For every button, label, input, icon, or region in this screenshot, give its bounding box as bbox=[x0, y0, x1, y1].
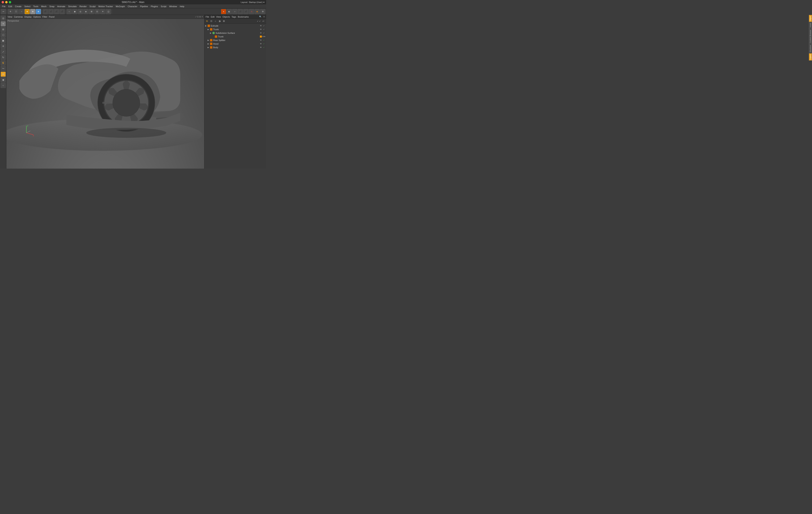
menu-file[interactable]: File bbox=[1, 5, 7, 8]
menu-simulate[interactable]: Simulate bbox=[67, 5, 78, 8]
vp-menu-options[interactable]: Options bbox=[33, 16, 41, 18]
close-button[interactable] bbox=[2, 1, 4, 3]
viewport-shading-1[interactable]: ● bbox=[221, 9, 226, 14]
arrows-icon[interactable]: ◈ bbox=[255, 9, 260, 14]
move-tool-button[interactable]: ✛ bbox=[8, 9, 13, 14]
scale-tool[interactable]: ⤢ bbox=[1, 49, 6, 54]
vp-menu-panel[interactable]: Panel bbox=[49, 16, 55, 18]
menu-snap[interactable]: Snap bbox=[48, 5, 56, 8]
texture-button[interactable]: ◫ bbox=[106, 9, 111, 14]
menu-help[interactable]: Help bbox=[179, 5, 185, 8]
settings-icon[interactable]: ⚙ bbox=[260, 9, 265, 14]
select-tool[interactable]: ✦ bbox=[1, 21, 6, 26]
camera-tool[interactable]: ◎ bbox=[1, 16, 6, 21]
workspace: ◎ ✦ ⊞ ⬡ ▣ ✛ ⤢ ↻ S 〜 ⊞ ◉ ○ View Cameras D… bbox=[0, 15, 266, 169]
menu-tools[interactable]: Tools bbox=[32, 5, 39, 8]
obj-icon-5[interactable]: ⊞ bbox=[222, 19, 226, 23]
hair-button[interactable]: ◎ bbox=[78, 9, 83, 14]
menu-mograph[interactable]: MoGraph bbox=[115, 5, 126, 8]
menu-window[interactable]: Window bbox=[168, 5, 178, 8]
obj-settings-icon[interactable]: ⚙ bbox=[263, 16, 265, 18]
warnings[interactable]: ⚠ bbox=[249, 9, 254, 14]
s-tool[interactable]: S bbox=[1, 60, 6, 65]
flag-eye[interactable]: 👁 bbox=[259, 24, 262, 27]
menu-animate[interactable]: Animate bbox=[56, 5, 66, 8]
obj-subdivision[interactable]: ▶ Subdivision Surface 👁 ✓ bbox=[204, 31, 266, 35]
menu-create[interactable]: Create bbox=[14, 5, 23, 8]
rotate-tool[interactable]: ↻ bbox=[1, 55, 6, 60]
menu-edit[interactable]: Edit bbox=[7, 5, 13, 8]
obj-menu-edit[interactable]: Edit bbox=[211, 16, 214, 18]
menu-sculpt[interactable]: Sculpt bbox=[88, 5, 97, 8]
menu-plugins[interactable]: Plugins bbox=[149, 5, 159, 8]
obj-menu-bookmarks[interactable]: Bookmarks bbox=[238, 16, 249, 18]
obj-icon-4[interactable]: ◑ bbox=[218, 19, 222, 23]
viewport-area: View Cameras Display Options Filter Pane… bbox=[6, 15, 204, 169]
maximize-button[interactable] bbox=[9, 1, 11, 3]
obj-icon-1[interactable]: ⧉ bbox=[205, 19, 209, 23]
rotate-y-button[interactable]: ⊕ bbox=[30, 9, 35, 14]
keyframe-button[interactable]: ⬛ bbox=[43, 9, 48, 14]
menu-select[interactable]: Select bbox=[23, 5, 32, 8]
camera-button-2[interactable]: ⊡ bbox=[94, 9, 100, 14]
rotate-x-button[interactable]: ⊕ bbox=[25, 9, 30, 14]
obj-extrude[interactable]: ▶ Extrude 👁 ✓ bbox=[204, 24, 266, 28]
obj-menu-objects[interactable]: Objects bbox=[222, 16, 230, 18]
menu-script[interactable]: Script bbox=[160, 5, 168, 8]
grid-view-tool[interactable]: ⊞ bbox=[1, 72, 6, 77]
vp-menu-filter[interactable]: Filter bbox=[42, 16, 47, 18]
layout-selector[interactable]: Layout: Startup (User) ▾ bbox=[241, 1, 264, 4]
layout-dropdown-icon[interactable]: ▾ bbox=[263, 1, 264, 4]
toolbar-sep-4 bbox=[112, 9, 112, 14]
anim-button-3[interactable]: ⬛ bbox=[60, 9, 65, 14]
obj-icon-2[interactable]: ⊡ bbox=[209, 19, 213, 23]
material-button[interactable]: ○ bbox=[66, 9, 72, 14]
menu-mesh[interactable]: Mesh bbox=[40, 5, 48, 8]
search-icon[interactable]: 🔍 bbox=[259, 16, 262, 18]
viewport-shading-3[interactable]: ○ bbox=[232, 9, 237, 14]
render-region-button[interactable]: ◉ bbox=[72, 9, 77, 14]
obj-menu-file[interactable]: File bbox=[206, 16, 209, 18]
menu-character[interactable]: Character bbox=[126, 5, 139, 8]
obj-icon-3[interactable]: ○ bbox=[213, 19, 217, 23]
obj-trunk-sub[interactable]: ▶ Trunk 🟧 ✕✕ bbox=[204, 35, 266, 38]
vp-menu-cameras[interactable]: Cameras bbox=[14, 16, 23, 18]
svg-rect-14 bbox=[102, 102, 109, 104]
sphere-tool[interactable]: ◉ bbox=[1, 77, 6, 82]
loop-tool[interactable]: ○ bbox=[1, 83, 6, 88]
terrain-button[interactable]: ◈ bbox=[83, 9, 88, 14]
anim-button-2[interactable]: ⬛ bbox=[54, 9, 59, 14]
polygon-tool[interactable]: ⬡ bbox=[1, 32, 6, 37]
vp-menu-display[interactable]: Display bbox=[24, 16, 32, 18]
move-tool[interactable]: ✛ bbox=[1, 44, 6, 49]
layers-tool[interactable]: ⊞ bbox=[1, 27, 6, 32]
render-active[interactable]: ⬛ bbox=[243, 9, 249, 14]
menu-motion-tracker[interactable]: Motion Tracker bbox=[97, 5, 114, 8]
cube-tool-button[interactable]: ☐ bbox=[13, 9, 19, 14]
obj-body[interactable]: ▶ Body 👁 ✓ bbox=[204, 46, 266, 49]
light-button[interactable]: ☀ bbox=[100, 9, 105, 14]
obj-menu-view[interactable]: View bbox=[216, 16, 221, 18]
anim-button-1[interactable]: ⬛ bbox=[48, 9, 54, 14]
obj-rear-splitter[interactable]: ▶ Rear Splitter 👁 ✓ bbox=[204, 38, 266, 42]
menu-pipeline[interactable]: Pipeline bbox=[139, 5, 149, 8]
sphere-tool-button[interactable]: ○ bbox=[19, 9, 24, 14]
obj-hood[interactable]: ▶ Hood 👁 ✓ bbox=[204, 42, 266, 46]
rotate-z-button[interactable]: ⊕ bbox=[36, 9, 41, 14]
minimize-button[interactable] bbox=[5, 1, 8, 3]
obj-trunk[interactable]: ▶ Trunk 👁 ✓ bbox=[204, 28, 266, 31]
viewport-3d[interactable]: Y X Perspective Grid Spacing : 10 cm bbox=[6, 19, 204, 169]
viewport-shading-2[interactable]: ◐ bbox=[227, 9, 232, 14]
grid-button[interactable]: ⊞ bbox=[89, 9, 94, 14]
menu-render[interactable]: Render bbox=[78, 5, 88, 8]
object-toolbar: ⧉ ⊡ ○ ◑ ⊞ ✓ ✓ 🏷 bbox=[204, 19, 266, 24]
obj-menu-tags[interactable]: Tags bbox=[232, 16, 236, 18]
svg-point-13 bbox=[113, 89, 140, 116]
flag-check[interactable]: ✓ bbox=[263, 24, 265, 27]
viewport-resize-icon[interactable]: ⤢ ⊡ ⊞ ✕ bbox=[195, 16, 203, 18]
render-preview[interactable]: ⬛ bbox=[238, 9, 243, 14]
smooth-tool[interactable]: 〜 bbox=[1, 66, 6, 71]
extrude-tool[interactable]: ▣ bbox=[1, 38, 6, 43]
undo-button[interactable]: ↩ bbox=[1, 9, 6, 14]
vp-menu-view[interactable]: View bbox=[8, 16, 12, 18]
